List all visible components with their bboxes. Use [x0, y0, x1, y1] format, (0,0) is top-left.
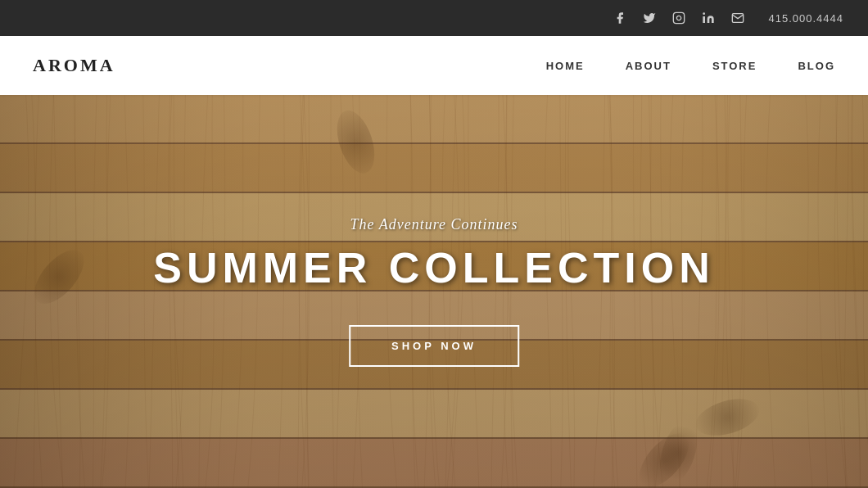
shop-now-button[interactable]: SHOP NOW [349, 325, 519, 367]
svg-point-2 [703, 12, 706, 15]
top-bar: 415.000.4444 [0, 0, 868, 36]
twitter-icon[interactable] [642, 11, 657, 25]
facebook-icon[interactable] [613, 11, 627, 25]
hero-section: The Adventure Continues SUMMER COLLECTIO… [0, 95, 868, 488]
hero-title: SUMMER COLLECTION [153, 243, 715, 292]
header: AROMA HOME ABOUT STORE BLOG [0, 36, 868, 95]
nav-blog[interactable]: BLOG [798, 60, 835, 72]
main-nav: HOME ABOUT STORE BLOG [546, 60, 835, 72]
nav-home[interactable]: HOME [546, 60, 585, 72]
nav-store[interactable]: STORE [712, 60, 757, 72]
nav-about[interactable]: ABOUT [626, 60, 671, 72]
svg-rect-0 [674, 12, 685, 23]
logo[interactable]: AROMA [33, 55, 115, 76]
hero-content: The Adventure Continues SUMMER COLLECTIO… [153, 216, 715, 367]
instagram-icon[interactable] [671, 11, 686, 25]
hero-subtitle: The Adventure Continues [153, 216, 715, 233]
email-icon[interactable] [730, 11, 745, 25]
linkedin-icon[interactable] [701, 11, 716, 25]
phone-number: 415.000.4444 [768, 12, 843, 25]
